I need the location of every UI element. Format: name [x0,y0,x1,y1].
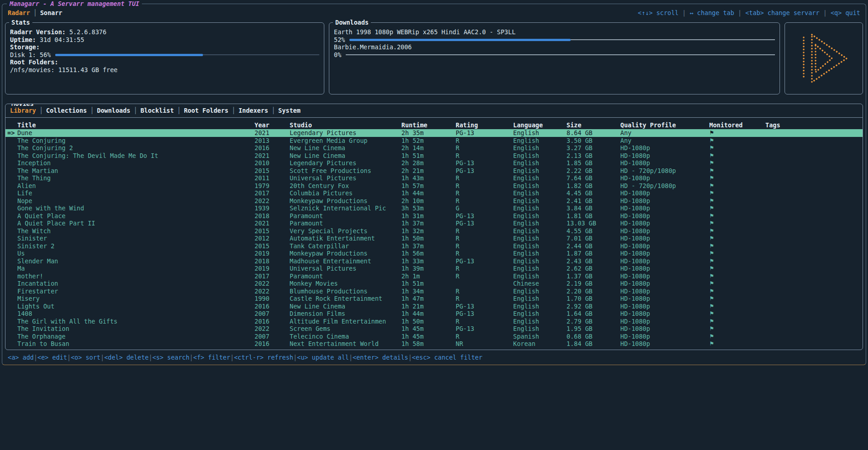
cell-rating: R [456,137,513,145]
selection-marker [5,137,17,145]
cell-studio: Very Special Projects [290,227,401,235]
monitored-flag-icon: ⚑ [709,182,765,190]
table-row[interactable]: The Conjuring: The Devil Made Me Do It 2… [5,152,863,160]
table-row[interactable]: A Quiet Place 2018 Paramount 1h 31m PG-1… [5,212,863,220]
cell-size: 2.19 GB [567,280,620,288]
cell-tags [765,137,863,145]
version-value: 5.2.6.8376 [69,28,106,36]
movies-tab-library[interactable]: Library [9,107,39,115]
keybind-separator: | [293,354,297,361]
cell-rating: R [456,333,513,340]
table-row[interactable]: Inception 2010 Legendary Pictures 2h 28m… [5,159,863,167]
movies-panel: Movies Library│Collections│Downloads│Blo… [5,104,863,350]
table-row[interactable]: The Conjuring 2013 Evergreen Media Group… [5,137,863,145]
cell-size: 1.81 GB [567,212,620,220]
cell-title: Alien [17,182,255,190]
cell-size: 1.70 GB [567,295,620,303]
disk-usage-line: Disk 1: 56% [10,51,319,59]
cell-rating: R [456,197,513,205]
table-row[interactable]: Misery 1990 Castle Rock Entertainment 1h… [5,295,863,303]
cell-rating: R [456,182,513,190]
selection-marker [5,242,17,250]
cell-rating: R [456,265,513,272]
download-percent: 0% [334,51,341,59]
cell-language: English [513,129,567,137]
cell-runtime: 1h 43m [401,174,456,182]
cell-studio: Castle Rock Entertainment [290,295,401,303]
monitored-flag-icon: ⚑ [709,137,765,145]
movies-tab-downloads[interactable]: Downloads [94,107,134,115]
table-row[interactable]: => Dune 2021 Legendary Pictures 2h 35m P… [5,129,863,137]
keybind-separator: | [67,354,71,361]
table-row[interactable]: Sinister 2 2015 Tank Caterpillar 1h 37m … [5,242,863,250]
table-row[interactable]: Gone with the Wind 1939 Selznick Interna… [5,204,863,212]
cell-title: Inception [17,159,255,167]
cell-quality-profile: HD-1080p [620,227,709,235]
cell-runtime: 1h 39m [401,265,456,272]
cell-runtime: 2h 10m [401,197,456,205]
cell-title: Slender Man [17,257,255,265]
monitored-flag-icon: ⚑ [709,310,765,318]
table-row[interactable]: Life 2017 Columbia Pictures 1h 44m R Eng… [5,189,863,197]
selection-marker [5,333,17,340]
cell-size: 4.45 GB [567,189,620,197]
cell-size: 1.95 GB [567,325,620,333]
monitored-flag-icon: ⚑ [709,250,765,257]
cell-quality-profile: HD-1080p [620,212,709,220]
table-row[interactable]: Slender Man 2018 Madhouse Entertainment … [5,257,863,265]
cell-tags [765,318,863,325]
table-row[interactable]: The Orphanage 2007 Telecinco Cinema 1h 4… [5,333,863,340]
table-row[interactable]: Nope 2022 Monkeypaw Productions 2h 10m R… [5,197,863,205]
terminal-screen: { "theme": { "bg": "#16222d", "text": "#… [0,0,868,450]
selection-marker [5,340,17,348]
table-row[interactable]: Firestarter 2022 Blumhouse Productions 1… [5,288,863,295]
movies-tab-blocklist[interactable]: Blocklist [137,107,177,115]
table-row[interactable]: Alien 1979 20th Century Fox 1h 57m R Eng… [5,182,863,190]
servarr-tab-sonarr[interactable]: Sonarr [37,9,66,16]
table-row[interactable]: Sinister 2012 Automatik Entertainment 1h… [5,235,863,242]
table-row[interactable]: Lights Out 2016 New Line Cinema 1h 21m P… [5,303,863,310]
cell-size: 1.87 GB [567,250,620,257]
table-row[interactable]: Us 2019 Monkeypaw Productions 1h 56m R E… [5,250,863,257]
selection-marker [5,204,17,212]
table-row[interactable]: Incantation 2022 Monkey Movies 1h 51m Ch… [5,280,863,288]
movies-tab-indexers[interactable]: Indexers [235,107,271,115]
cell-quality-profile: HD-1080p [620,310,709,318]
uptime-line: Uptime: 31d 04:31:55 [10,36,319,44]
movies-tab-collections[interactable]: Collections [43,107,90,115]
cell-title: Ma [17,265,255,272]
table-row[interactable]: Ma 2019 Universal Pictures 1h 39m R Engl… [5,265,863,272]
cell-title: The Girl with All the Gifts [17,318,255,325]
movies-tab-root-folders[interactable]: Root Folders [181,107,232,115]
stats-panel: Stats Radarr Version: 5.2.6.8376 Uptime:… [5,22,324,94]
selection-marker [5,182,17,190]
movies-tab-system[interactable]: System [275,107,304,115]
cell-tags [765,257,863,265]
table-row[interactable]: The Thing 2011 Universal Pictures 1h 43m… [5,174,863,182]
servarr-tab-radarr[interactable]: Radarr [8,9,33,16]
table-row[interactable]: The Conjuring 2 2016 New Line Cinema 2h … [5,144,863,152]
cell-language: English [513,137,567,145]
cell-year: 2015 [255,167,290,175]
table-row[interactable]: Train to Busan 2016 Next Entertainment W… [5,340,863,348]
cell-title: Sinister [17,235,255,242]
table-row[interactable]: The Girl with All the Gifts 2016 Altitud… [5,318,863,325]
cell-quality-profile: HD-1080p [620,318,709,325]
table-row[interactable]: The Invitation 2022 Screen Gems 1h 45m P… [5,325,863,333]
table-row[interactable]: 1408 2007 Dimension Films 1h 44m PG-13 E… [5,310,863,318]
cell-rating: R [456,242,513,250]
root-folder-value-line: /nfs/movies: 11511.43 GB free [10,66,319,74]
table-row[interactable]: mother! 2017 Paramount 2h 1m R English 1… [5,272,863,280]
cell-size: 1.84 GB [567,340,620,348]
cell-studio: Universal Pictures [290,174,401,182]
cell-runtime: 2h 28m [401,159,456,167]
monitored-flag-icon: ⚑ [709,167,765,175]
cell-title: The Orphanage [17,333,255,340]
table-row[interactable]: A Quiet Place Part II 2021 Paramount 1h … [5,220,863,227]
cell-quality-profile: Any [620,129,709,137]
cell-runtime: 1h 56m [401,250,456,257]
cell-title: Incantation [17,280,255,288]
table-row[interactable]: The Martian 2015 Scott Free Productions … [5,167,863,175]
column-header-runtime: Runtime [401,121,456,129]
table-row[interactable]: The Witch 2015 Very Special Projects 1h … [5,227,863,235]
